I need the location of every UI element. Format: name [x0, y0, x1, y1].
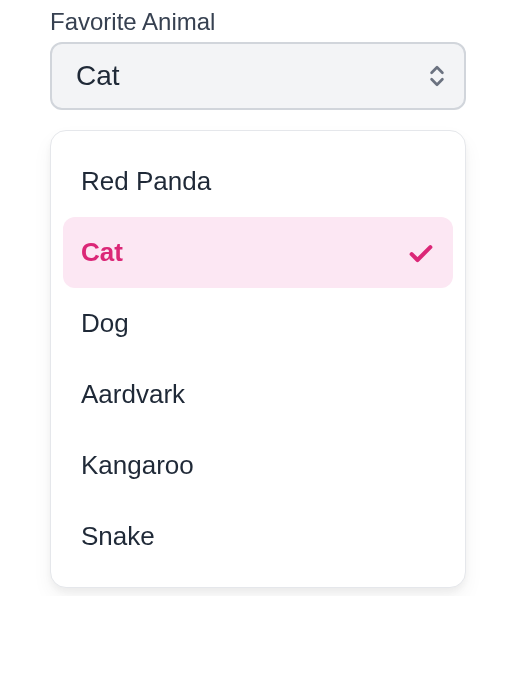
dropdown-listbox[interactable]: Red Panda Cat Dog Aardvark Kangaroo Snak… [50, 130, 466, 588]
option-red-panda[interactable]: Red Panda [63, 146, 453, 217]
option-kangaroo[interactable]: Kangaroo [63, 430, 453, 501]
option-label: Red Panda [81, 166, 211, 197]
select-button-value: Cat [76, 60, 120, 92]
select-button[interactable]: Cat [50, 42, 466, 110]
option-label: Kangaroo [81, 450, 194, 481]
option-label: Dog [81, 308, 129, 339]
option-label: Aardvark [81, 379, 185, 410]
option-cat[interactable]: Cat [63, 217, 453, 288]
option-dog[interactable]: Dog [63, 288, 453, 359]
field-label: Favorite Animal [50, 8, 466, 36]
option-snake[interactable]: Snake [63, 501, 453, 572]
option-label: Snake [81, 521, 155, 552]
option-label: Cat [81, 237, 123, 268]
select-chevrons-icon [428, 64, 446, 88]
check-icon [407, 239, 435, 267]
option-aardvark[interactable]: Aardvark [63, 359, 453, 430]
